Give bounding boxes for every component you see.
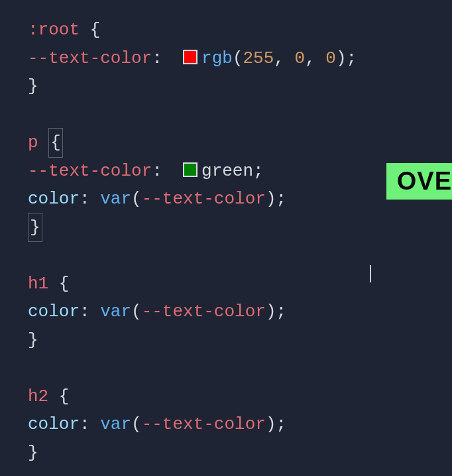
open-brace <box>80 16 90 44</box>
blank-line <box>28 241 452 270</box>
code-line: h1 { <box>28 270 452 298</box>
code-line: color: var(--text-color); <box>28 410 452 439</box>
prop-color: color <box>28 185 80 213</box>
code-line: --text-color: rgb(255, 0, 0); <box>28 44 452 73</box>
css-var-name: --text-color <box>28 157 152 186</box>
code-line: h2 { <box>28 383 452 411</box>
overlay-badge: OVE <box>386 163 452 200</box>
color-swatch-red <box>183 50 198 64</box>
selector-p: p <box>28 129 38 157</box>
code-line: } <box>28 213 452 242</box>
code-line: :root { <box>28 16 452 44</box>
prop-color: color <box>28 298 80 326</box>
code-line: } <box>28 326 452 355</box>
text-cursor <box>370 265 371 282</box>
code-line: color: var(--text-color); <box>28 298 452 326</box>
color-swatch-green <box>183 162 198 177</box>
code-line: p { <box>28 129 452 157</box>
func-rgb: rgb <box>201 44 233 73</box>
code-editor[interactable]: :root { --text-color: rgb(255, 0, 0); } … <box>0 0 452 467</box>
prop-color: color <box>28 410 80 439</box>
blank-line <box>28 354 452 383</box>
css-var-name: --text-color <box>28 44 152 73</box>
func-var: var <box>100 185 131 213</box>
color-keyword-green: green <box>201 157 253 186</box>
selector-h2: h2 <box>28 383 48 411</box>
selector-h1: h1 <box>28 270 48 298</box>
func-var: var <box>100 410 131 439</box>
code-line: } <box>28 439 452 467</box>
selector-root: :root <box>28 16 80 44</box>
close-brace: } <box>28 72 38 101</box>
code-line: } <box>28 72 452 101</box>
blank-line <box>28 101 452 129</box>
matched-close-brace: } <box>28 213 42 243</box>
func-var: var <box>100 298 131 326</box>
matched-open-brace: { <box>48 128 63 158</box>
